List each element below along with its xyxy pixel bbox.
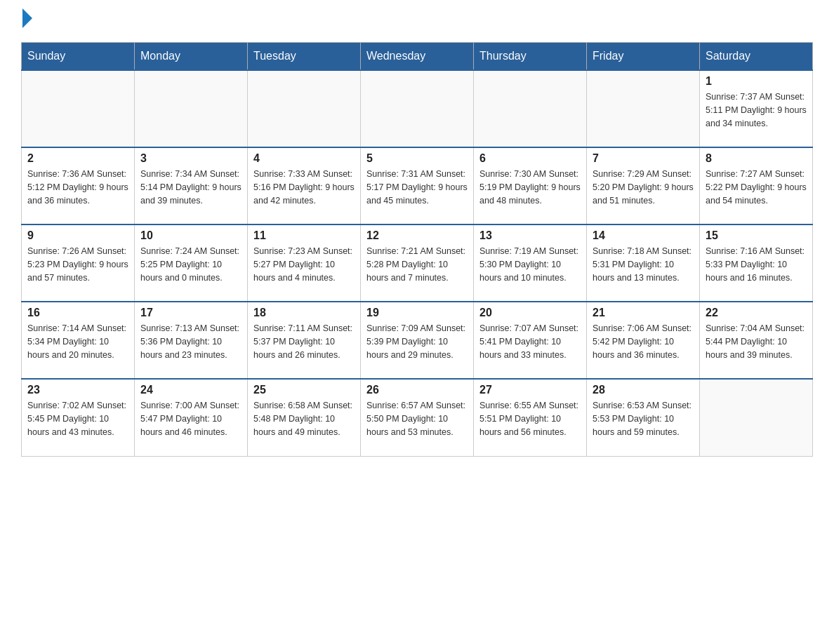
day-info: Sunrise: 7:31 AM Sunset: 5:17 PM Dayligh… [366,168,468,207]
day-info: Sunrise: 7:21 AM Sunset: 5:28 PM Dayligh… [366,245,468,284]
day-number: 27 [479,384,581,396]
day-number: 19 [366,307,468,319]
calendar-day-cell: 12Sunrise: 7:21 AM Sunset: 5:28 PM Dayli… [361,224,474,302]
calendar-day-cell: 2Sunrise: 7:36 AM Sunset: 5:12 PM Daylig… [22,147,135,224]
calendar-day-cell: 7Sunrise: 7:29 AM Sunset: 5:20 PM Daylig… [587,147,700,224]
calendar-week-row: 16Sunrise: 7:14 AM Sunset: 5:34 PM Dayli… [22,302,813,379]
day-of-week-header: Friday [587,43,700,71]
day-info: Sunrise: 7:06 AM Sunset: 5:42 PM Dayligh… [593,322,694,361]
calendar-day-cell: 1Sunrise: 7:37 AM Sunset: 5:11 PM Daylig… [700,70,813,147]
day-number: 5 [366,152,468,165]
day-info: Sunrise: 7:09 AM Sunset: 5:39 PM Dayligh… [366,322,468,361]
day-number: 23 [27,384,128,396]
page-header [21,14,813,28]
calendar-day-cell: 13Sunrise: 7:19 AM Sunset: 5:30 PM Dayli… [474,224,587,302]
calendar-day-cell: 20Sunrise: 7:07 AM Sunset: 5:41 PM Dayli… [474,302,587,379]
calendar-week-row: 23Sunrise: 7:02 AM Sunset: 5:45 PM Dayli… [22,379,813,456]
day-info: Sunrise: 7:07 AM Sunset: 5:41 PM Dayligh… [479,322,581,361]
calendar-day-cell: 14Sunrise: 7:18 AM Sunset: 5:31 PM Dayli… [587,224,700,302]
day-info: Sunrise: 7:30 AM Sunset: 5:19 PM Dayligh… [479,168,581,207]
calendar-day-cell: 5Sunrise: 7:31 AM Sunset: 5:17 PM Daylig… [361,147,474,224]
calendar-day-cell [587,70,700,147]
day-info: Sunrise: 6:58 AM Sunset: 5:48 PM Dayligh… [253,399,355,438]
day-of-week-header: Wednesday [361,43,474,71]
day-number: 3 [140,152,241,165]
day-info: Sunrise: 7:26 AM Sunset: 5:23 PM Dayligh… [27,245,128,284]
day-info: Sunrise: 7:23 AM Sunset: 5:27 PM Dayligh… [253,245,355,284]
calendar-day-cell: 22Sunrise: 7:04 AM Sunset: 5:44 PM Dayli… [700,302,813,379]
day-info: Sunrise: 7:18 AM Sunset: 5:31 PM Dayligh… [593,245,694,284]
day-number: 4 [253,152,355,165]
day-number: 12 [366,229,468,242]
day-number: 6 [479,152,581,165]
day-number: 9 [27,229,128,242]
day-info: Sunrise: 7:14 AM Sunset: 5:34 PM Dayligh… [27,322,128,361]
day-info: Sunrise: 7:02 AM Sunset: 5:45 PM Dayligh… [27,399,128,438]
calendar-day-cell: 4Sunrise: 7:33 AM Sunset: 5:16 PM Daylig… [248,147,361,224]
day-number: 18 [253,307,355,319]
day-number: 25 [253,384,355,396]
calendar-day-cell: 27Sunrise: 6:55 AM Sunset: 5:51 PM Dayli… [474,379,587,456]
logo-triangle-icon [22,8,32,28]
days-header-row: SundayMondayTuesdayWednesdayThursdayFrid… [22,43,813,71]
calendar-day-cell: 23Sunrise: 7:02 AM Sunset: 5:45 PM Dayli… [22,379,135,456]
calendar-day-cell: 15Sunrise: 7:16 AM Sunset: 5:33 PM Dayli… [700,224,813,302]
calendar-week-row: 9Sunrise: 7:26 AM Sunset: 5:23 PM Daylig… [22,224,813,302]
day-info: Sunrise: 6:55 AM Sunset: 5:51 PM Dayligh… [479,399,581,438]
day-of-week-header: Saturday [700,43,813,71]
day-info: Sunrise: 7:13 AM Sunset: 5:36 PM Dayligh… [140,322,241,361]
day-number: 20 [479,307,581,319]
calendar-day-cell [248,70,361,147]
calendar-day-cell [700,379,813,456]
calendar-day-cell: 8Sunrise: 7:27 AM Sunset: 5:22 PM Daylig… [700,147,813,224]
day-number: 15 [706,229,807,242]
calendar-day-cell: 6Sunrise: 7:30 AM Sunset: 5:19 PM Daylig… [474,147,587,224]
day-info: Sunrise: 7:29 AM Sunset: 5:20 PM Dayligh… [593,168,694,207]
day-info: Sunrise: 6:57 AM Sunset: 5:50 PM Dayligh… [366,399,468,438]
calendar-day-cell: 16Sunrise: 7:14 AM Sunset: 5:34 PM Dayli… [22,302,135,379]
day-number: 21 [593,307,694,319]
calendar-day-cell: 28Sunrise: 6:53 AM Sunset: 5:53 PM Dayli… [587,379,700,456]
day-number: 7 [593,152,694,165]
calendar-day-cell: 10Sunrise: 7:24 AM Sunset: 5:25 PM Dayli… [135,224,248,302]
day-info: Sunrise: 7:24 AM Sunset: 5:25 PM Dayligh… [140,245,241,284]
calendar-day-cell [135,70,248,147]
day-info: Sunrise: 7:27 AM Sunset: 5:22 PM Dayligh… [706,168,807,207]
day-info: Sunrise: 6:53 AM Sunset: 5:53 PM Dayligh… [593,399,694,438]
day-number: 26 [366,384,468,396]
calendar-day-cell: 3Sunrise: 7:34 AM Sunset: 5:14 PM Daylig… [135,147,248,224]
day-number: 17 [140,307,241,319]
day-info: Sunrise: 7:33 AM Sunset: 5:16 PM Dayligh… [253,168,355,207]
calendar-day-cell: 9Sunrise: 7:26 AM Sunset: 5:23 PM Daylig… [22,224,135,302]
day-number: 2 [27,152,128,165]
day-info: Sunrise: 7:16 AM Sunset: 5:33 PM Dayligh… [706,245,807,284]
day-info: Sunrise: 7:11 AM Sunset: 5:37 PM Dayligh… [253,322,355,361]
day-info: Sunrise: 7:19 AM Sunset: 5:30 PM Dayligh… [479,245,581,284]
day-number: 1 [706,75,807,88]
day-info: Sunrise: 7:04 AM Sunset: 5:44 PM Dayligh… [706,322,807,361]
day-number: 14 [593,229,694,242]
day-number: 22 [706,307,807,319]
day-info: Sunrise: 7:37 AM Sunset: 5:11 PM Dayligh… [706,90,807,130]
calendar-table: SundayMondayTuesdayWednesdayThursdayFrid… [21,42,813,457]
day-number: 28 [593,384,694,396]
day-of-week-header: Monday [135,43,248,71]
day-number: 8 [706,152,807,165]
day-number: 16 [27,307,128,319]
calendar-day-cell: 21Sunrise: 7:06 AM Sunset: 5:42 PM Dayli… [587,302,700,379]
calendar-week-row: 1Sunrise: 7:37 AM Sunset: 5:11 PM Daylig… [22,70,813,147]
day-info: Sunrise: 7:00 AM Sunset: 5:47 PM Dayligh… [140,399,241,438]
day-of-week-header: Tuesday [248,43,361,71]
day-info: Sunrise: 7:34 AM Sunset: 5:14 PM Dayligh… [140,168,241,207]
calendar-day-cell [474,70,587,147]
day-of-week-header: Sunday [22,43,135,71]
calendar-day-cell: 26Sunrise: 6:57 AM Sunset: 5:50 PM Dayli… [361,379,474,456]
day-info: Sunrise: 7:36 AM Sunset: 5:12 PM Dayligh… [27,168,128,207]
calendar-day-cell [361,70,474,147]
calendar-week-row: 2Sunrise: 7:36 AM Sunset: 5:12 PM Daylig… [22,147,813,224]
calendar-day-cell [22,70,135,147]
day-number: 10 [140,229,241,242]
calendar-day-cell: 19Sunrise: 7:09 AM Sunset: 5:39 PM Dayli… [361,302,474,379]
calendar-day-cell: 25Sunrise: 6:58 AM Sunset: 5:48 PM Dayli… [248,379,361,456]
day-number: 11 [253,229,355,242]
